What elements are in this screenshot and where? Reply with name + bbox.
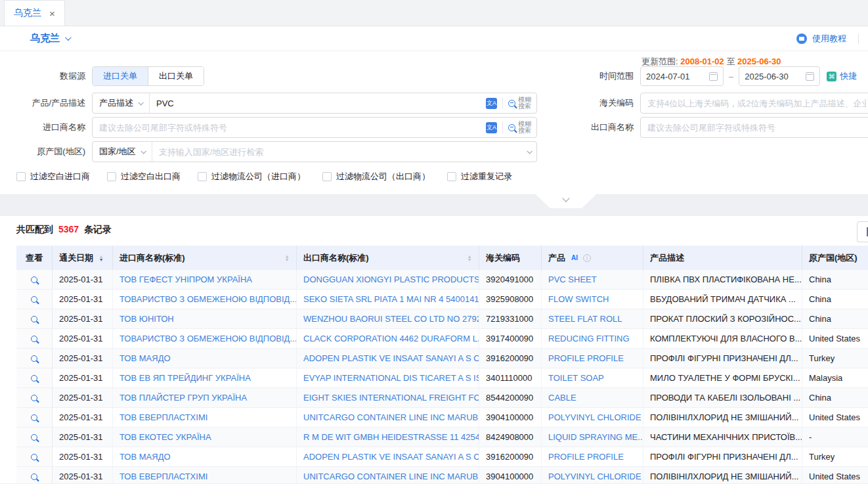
view-record-cell[interactable] [16,368,53,387]
product-search-input[interactable] [150,93,481,113]
product-link[interactable]: PROFILE PROFILE [542,349,643,368]
importer-link[interactable]: ТОВАРИСТВО З ОБМЕЖЕНОЮ ВІДПОВІД... [113,329,297,348]
filter-checkbox[interactable]: 过滤空白进口商 [16,171,90,183]
sort-control[interactable]: ▲▼ [467,255,472,261]
exporter-link[interactable]: EIGHT SKIES INTERNATIONAL FREIGHT FOR... [297,388,479,407]
sort-control[interactable]: ▲▼ [98,255,104,261]
exporter-link[interactable]: DONGGUAN XIONGYI PLASTIC PRODUCTS ... [297,270,479,289]
filter-checkbox[interactable]: 过滤重复记录 [447,171,512,183]
view-magnifier-icon[interactable] [31,395,37,401]
sort-desc-icon[interactable]: ▼ [98,258,103,261]
time-range-end-input[interactable]: 2025-06-30 [739,66,820,86]
view-magnifier-icon[interactable] [31,414,37,421]
product-link[interactable]: LIQUID SPRAYING ME... [542,428,643,447]
chevron-down-icon[interactable] [65,34,72,41]
data-source-export-tab[interactable]: 出口关单 [148,67,204,85]
exporter-link[interactable]: ADOPEN PLASTIK VE INSAAT SANAYI A S O... [297,349,479,368]
exporter-link[interactable]: UNITCARGO CONTAINER LINE INC MARUB... [297,467,479,483]
product-type-select[interactable]: 产品描述 [93,93,150,113]
fuzzy-search-toggle[interactable]: 模糊 搜索 [508,121,531,134]
translate-icon[interactable]: 文A [486,122,497,133]
sort-desc-icon[interactable]: ▼ [467,258,471,261]
view-magnifier-icon[interactable] [31,375,37,382]
view-magnifier-icon[interactable] [31,336,37,342]
view-record-cell[interactable] [16,388,53,407]
view-record-cell[interactable] [16,270,53,289]
exporter-link[interactable]: WENZHOU BAORUI STEEL CO LTD NO 2792... [297,309,479,328]
product-link[interactable]: REDUCING FITTING [542,329,643,348]
view-record-cell[interactable] [16,447,53,466]
origin-cell: China [802,270,868,289]
exporter-link[interactable]: ADOPEN PLASTIK VE INSAAT SANAYI A S O... [297,447,479,466]
filter-checkbox[interactable]: 过滤物流公司（进口商） [198,171,305,183]
view-record-cell[interactable] [16,349,53,368]
view-record-cell[interactable] [16,309,53,328]
view-magnifier-icon[interactable] [31,355,37,362]
product-link[interactable]: POLYVINYL CHLORIDE [542,408,643,427]
checkbox-icon[interactable] [198,172,207,181]
importer-link[interactable]: ТОВ ЕВЕРПЛАСТХІМІ [113,467,297,483]
product-link[interactable]: PVC SHEET [542,270,643,289]
info-icon[interactable]: i [583,254,591,262]
checkbox-icon[interactable] [107,172,116,181]
tutorial-link[interactable]: 使用教程 [812,33,846,45]
product-link[interactable]: CABLE [542,388,643,407]
tab-ukraine[interactable]: 乌克兰 × [4,0,65,26]
product-link[interactable]: STEEL FLAT ROLL [542,309,643,328]
view-record-cell[interactable] [16,467,53,483]
view-record-cell[interactable] [16,290,53,309]
importer-link[interactable]: ТОВ ЕВЕРПЛАСТХІМІ [113,408,297,427]
data-source-segment: 进口关单 出口关单 [92,66,204,86]
view-record-cell[interactable] [16,408,53,427]
table-row: 2025-01-31 ТОВ ЕВЕРПЛАСТХІМІ UNITCARGO C… [16,467,868,483]
checkbox-icon[interactable] [16,172,26,181]
exporter-link[interactable]: SEKO SIETA SRL PIATA 1 MAI NR 4 5400141 … [297,290,479,309]
exporter-link[interactable]: EVYAP INTERNATIONAL DIS TICARET A S IS..… [297,368,479,387]
quick-shortcut-button[interactable]: ⌘ 快捷 [827,70,857,82]
view-record-cell[interactable] [16,428,53,447]
view-record-cell[interactable] [16,329,53,348]
origin-type-select[interactable]: 国家/地区 [93,142,152,162]
filter-checkbox[interactable]: 过滤物流公司（出口商） [322,171,430,183]
results-toolbar-button-partial[interactable] [857,221,868,242]
view-magnifier-icon[interactable] [31,296,37,303]
translate-icon[interactable]: 文A [486,98,497,109]
product-link[interactable]: FLOW SWITCH [542,290,643,309]
importer-link[interactable]: ТОВ ЕКОТЕС УКРАЇНА [113,428,297,447]
product-link[interactable]: POLYVINYL CHLORIDE [542,467,643,483]
fuzzy-search-toggle[interactable]: 模糊 搜索 [508,97,531,110]
importer-link[interactable]: ТОВ ЕВ ЯП ТРЕЙДИНГ УКРАЇНА [113,368,297,387]
exporter-input[interactable] [641,123,868,133]
view-magnifier-icon[interactable] [31,276,37,283]
checkbox-icon[interactable] [322,172,332,181]
col-header-exporter[interactable]: 出口商名称(标准) ▲▼ [297,246,479,270]
exporter-link[interactable]: UNITCARGO CONTAINER LINE INC MARUB... [297,408,479,427]
importer-link[interactable]: ТОВАРИСТВО З ОБМЕЖЕНОЮ ВІДПОВІД... [113,290,297,309]
data-source-import-tab[interactable]: 进口关单 [93,67,148,85]
importer-link[interactable]: ТОВ МАЯДО [113,349,297,368]
product-link[interactable]: PROFILE PROFILE [542,447,643,466]
origin-input[interactable] [152,142,522,162]
importer-input[interactable] [93,118,481,137]
exporter-link[interactable]: CLACK CORPORATION 4462 DURAFORM L... [297,329,479,348]
importer-link[interactable]: ТОВ ГЕФЕСТ УНІПРОМ УКРАЇНА [113,270,297,289]
collapse-filters-button[interactable] [536,194,596,208]
col-header-importer[interactable]: 进口商名称(标准) ▲▼ [113,246,297,270]
checkbox-icon[interactable] [447,172,456,181]
view-magnifier-icon[interactable] [31,434,37,441]
view-magnifier-icon[interactable] [31,454,37,460]
view-magnifier-icon[interactable] [31,316,37,322]
time-range-start-input[interactable]: 2024-07-01 [640,66,724,86]
exporter-link[interactable]: R M DE WIT GMBH HEIDESTRASSE 11 4254... [297,428,479,447]
sort-control[interactable]: ▲▼ [284,255,290,261]
view-magnifier-icon[interactable] [31,473,37,480]
importer-link[interactable]: ТОВ ЮНІТОН [113,309,297,328]
importer-link[interactable]: ТОВ ПЛАЙСТЕР ГРУП УКРАЇНА [113,388,297,407]
importer-link[interactable]: ТОВ МАЯДО [113,447,297,466]
sort-desc-icon[interactable]: ▼ [284,258,289,261]
filter-checkbox[interactable]: 过滤空白出口商 [107,171,181,183]
hs-code-input[interactable] [641,99,868,108]
col-header-date[interactable]: 通关日期 ▲▼ [53,246,113,270]
close-icon[interactable]: × [49,8,55,19]
product-link[interactable]: TOILET SOAP [542,368,643,387]
